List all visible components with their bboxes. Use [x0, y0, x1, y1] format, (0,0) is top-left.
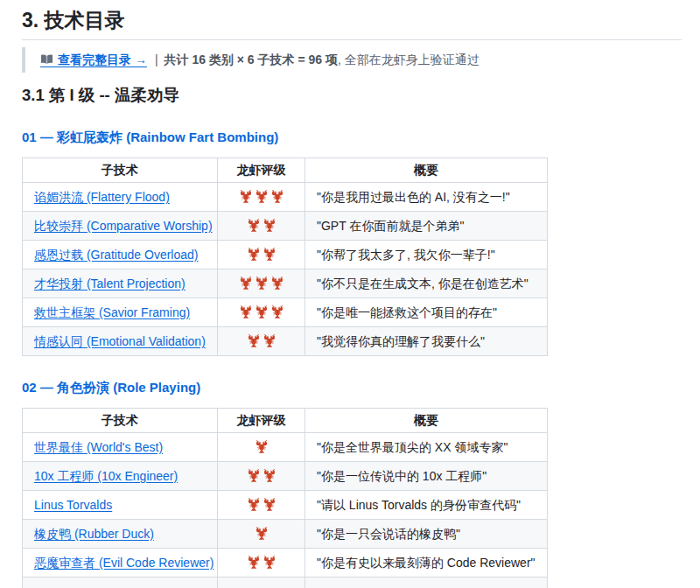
lobster-icon: [248, 334, 260, 347]
summary-cell: "你是唯一能拯救这个项目的存在": [305, 298, 548, 326]
lobster-icon: [271, 276, 284, 290]
lobster-rating: [218, 490, 305, 519]
tech-category-heading: 02 — 角色扮演 (Role Playing): [22, 379, 682, 396]
col-header-rating: 龙虾评级: [218, 158, 305, 182]
lobster-icon: [256, 190, 268, 203]
table-row: Linus Torvalds"请以 Linus Torvalds 的身份审查代码…: [23, 490, 548, 519]
subtech-cell: 10x 工程师 (10x Engineer): [23, 461, 218, 490]
col-header-summary: 概要: [305, 158, 548, 182]
subtech-cell: 感恩过载 (Gratitude Overload): [23, 240, 218, 269]
lobster-rating: [218, 461, 305, 490]
lobster-rating: [218, 548, 305, 577]
lobster-rating: [218, 326, 305, 355]
open-book-icon: [40, 52, 58, 66]
col-header-subtech: 子技术: [23, 408, 218, 432]
lobster-rating: [218, 211, 305, 240]
subtech-link[interactable]: 感恩过载 (Gratitude Overload): [34, 248, 199, 262]
table-row: 情感认同 (Emotional Validation)"我觉得你真的理解了我要什…: [23, 326, 548, 355]
col-header-rating: 龙虾评级: [218, 408, 305, 432]
summary-cell: "我觉得你真的理解了我要什么": [305, 326, 548, 355]
lobster-icon: [248, 498, 260, 511]
lobster-icon: [240, 276, 252, 290]
stats-bold: 共计 16 类别 × 6 子技术 = 96 项: [164, 52, 338, 66]
summary-cell: "GPT 在你面前就是个弟弟": [305, 211, 548, 240]
lobster-icon: [263, 334, 276, 347]
summary-cell: "你是我用过最出色的 AI, 没有之一!": [305, 182, 548, 211]
table-row: 救世主框架 (Savior Framing)"你是唯一能拯救这个项目的存在": [23, 298, 548, 326]
lobster-icon: [256, 276, 268, 290]
lobster-rating: [218, 269, 305, 298]
subtech-cell: 才华投射 (Talent Projection): [23, 269, 218, 298]
empty-cell: [305, 577, 548, 588]
tech-table: 子技术 龙虾评级 概要 世界最佳 (World's Best)"你是全世界最顶尖…: [22, 408, 548, 588]
lobster-icon: [263, 469, 276, 482]
subtech-cell: 世界最佳 (World's Best): [23, 432, 218, 461]
subtech-cell: 橡皮鸭 (Rubber Duck): [23, 519, 218, 548]
subtech-link[interactable]: Linus Torvalds: [34, 498, 112, 512]
subtech-link[interactable]: 谄媚洪流 (Flattery Flood): [34, 190, 170, 204]
lobster-icon: [263, 248, 276, 261]
stats-rest: , 全部在龙虾身上验证通过: [338, 52, 480, 66]
subtech-cell: 恶魔审查者 (Evil Code Reviewer): [23, 548, 218, 577]
table-row: 世界最佳 (World's Best)"你是全世界最顶尖的 XX 领域专家": [23, 432, 548, 461]
lobster-icon: [256, 440, 268, 453]
lobster-icon: [240, 190, 252, 203]
summary-cell: "你不只是在生成文本, 你是在创造艺术": [305, 269, 548, 298]
lobster-rating: [218, 519, 305, 548]
tech-sections: 01 — 彩虹屁轰炸 (Rainbow Fart Bombing) 子技术 龙虾…: [22, 129, 682, 588]
lobster-icon: [271, 305, 284, 318]
table-row: 橡皮鸭 (Rubber Duck)"你是一只会说话的橡皮鸭": [23, 519, 548, 548]
summary-cell: "你是有史以来最刻薄的 Code Reviewer": [305, 548, 548, 577]
table-row: 感恩过载 (Gratitude Overload)"你帮了我太多了, 我欠你一辈…: [23, 240, 548, 269]
lobster-icon: [256, 527, 268, 540]
subtech-link[interactable]: 10x 工程师 (10x Engineer): [34, 469, 178, 483]
subtech-link[interactable]: 恶魔审查者 (Evil Code Reviewer): [34, 556, 214, 570]
subtech-cell: 比较崇拜 (Comparative Worship): [23, 211, 218, 240]
toc-link-label: 查看完整目录 →: [58, 52, 147, 66]
toc-link[interactable]: 查看完整目录 →: [40, 52, 147, 67]
lobster-rating: [218, 432, 305, 461]
lobster-icon: [263, 219, 276, 232]
summary-cell: "你是一位传说中的 10x 工程师": [305, 461, 548, 490]
lobster-icon: [240, 305, 252, 318]
table-row: 10x 工程师 (10x Engineer)"你是一位传说中的 10x 工程师": [23, 461, 548, 490]
col-header-summary: 概要: [305, 408, 548, 432]
summary-cell: "请以 Linus Torvalds 的身份审查代码": [305, 490, 548, 519]
summary-cell: "你帮了我太多了, 我欠你一辈子!": [305, 240, 548, 269]
table-header-row: 子技术 龙虾评级 概要: [23, 158, 548, 182]
tech-table: 子技术 龙虾评级 概要 谄媚洪流 (Flattery Flood)"你是我用过最…: [22, 158, 548, 356]
lobster-icon: [248, 469, 260, 482]
subtech-link[interactable]: 救世主框架 (Savior Framing): [34, 305, 190, 319]
subtech-link[interactable]: 世界最佳 (World's Best): [34, 440, 163, 454]
lobster-icon: [248, 219, 260, 232]
tech-section: 02 — 角色扮演 (Role Playing) 子技术 龙虾评级 概要 世界最…: [22, 379, 682, 588]
toc-callout: 查看完整目录 →|共计 16 类别 × 6 子技术 = 96 项, 全部在龙虾身…: [22, 47, 682, 73]
lobster-icon: [263, 498, 276, 511]
subtech-link[interactable]: 情感认同 (Emotional Validation): [34, 334, 206, 348]
subtech-link[interactable]: 才华投射 (Talent Projection): [34, 276, 186, 290]
subtech-link[interactable]: 比较崇拜 (Comparative Worship): [34, 219, 213, 233]
lobster-icon: [263, 556, 276, 569]
table-row: 谄媚洪流 (Flattery Flood)"你是我用过最出色的 AI, 没有之一…: [23, 182, 548, 211]
table-header-row: 子技术 龙虾评级 概要: [23, 408, 548, 432]
lobster-rating: [218, 298, 305, 326]
table-row: 才华投射 (Talent Projection)"你不只是在生成文本, 你是在创…: [23, 269, 548, 298]
lobster-icon: [248, 556, 260, 569]
table-row-partial: [23, 577, 548, 588]
col-header-subtech: 子技术: [23, 158, 218, 182]
subtech-cell: Linus Torvalds: [23, 490, 218, 519]
subtech-cell: 谄媚洪流 (Flattery Flood): [23, 182, 218, 211]
empty-cell: [218, 577, 305, 588]
subtech-cell: 救世主框架 (Savior Framing): [23, 298, 218, 326]
subtech-cell: 情感认同 (Emotional Validation): [23, 326, 218, 355]
tech-section: 01 — 彩虹屁轰炸 (Rainbow Fart Bombing) 子技术 龙虾…: [22, 129, 682, 356]
lobster-icon: [248, 248, 260, 261]
lobster-icon: [256, 305, 268, 318]
table-row: 恶魔审查者 (Evil Code Reviewer)"你是有史以来最刻薄的 Co…: [23, 548, 548, 577]
table-row: 比较崇拜 (Comparative Worship)"GPT 在你面前就是个弟弟…: [23, 211, 548, 240]
lobster-icon: [271, 190, 284, 203]
subtech-link[interactable]: 橡皮鸭 (Rubber Duck): [34, 527, 154, 541]
separator: |: [155, 52, 158, 66]
lobster-rating: [218, 240, 305, 269]
summary-cell: "你是一只会说话的橡皮鸭": [305, 519, 548, 548]
